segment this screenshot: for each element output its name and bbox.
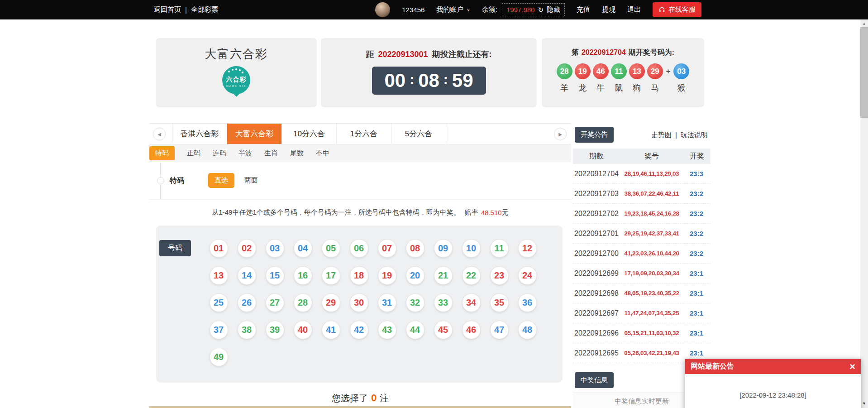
user-avatar[interactable] bbox=[375, 2, 390, 17]
withdraw-link[interactable]: 提现 bbox=[602, 5, 615, 14]
number-ball-12[interactable]: 12 bbox=[518, 239, 537, 258]
number-cell: 34 bbox=[457, 289, 485, 316]
number-ball-07[interactable]: 07 bbox=[378, 239, 396, 258]
row-numbers: 41,23,03,26,10,44,20 bbox=[620, 250, 683, 257]
number-ball-09[interactable]: 09 bbox=[434, 239, 453, 258]
number-ball-27[interactable]: 27 bbox=[266, 293, 284, 312]
logout-link[interactable]: 退出 bbox=[627, 5, 641, 14]
number-ball-41[interactable]: 41 bbox=[322, 321, 340, 339]
mode-两面[interactable]: 两面 bbox=[244, 176, 258, 185]
number-ball-11[interactable]: 11 bbox=[490, 239, 509, 258]
all-lottery-link[interactable]: 全部彩票 bbox=[191, 5, 218, 14]
tabs-scroll-right-button[interactable]: ▶ bbox=[554, 128, 567, 140]
number-ball-14[interactable]: 14 bbox=[238, 266, 256, 285]
hide-balance-button[interactable]: 隐藏 bbox=[547, 5, 560, 14]
scrollbar-thumb[interactable] bbox=[860, 27, 868, 118]
number-ball-23[interactable]: 23 bbox=[490, 266, 509, 285]
number-ball-28[interactable]: 28 bbox=[294, 293, 312, 312]
number-ball-40[interactable]: 40 bbox=[294, 321, 312, 339]
number-ball-44[interactable]: 44 bbox=[406, 321, 424, 339]
play-modes: 直选两面 bbox=[208, 173, 258, 188]
number-ball-38[interactable]: 38 bbox=[238, 321, 256, 339]
tab-1分六合[interactable]: 1分六合 bbox=[337, 124, 391, 144]
tab-香港六合彩[interactable]: 香港六合彩 bbox=[172, 124, 227, 144]
number-ball-10[interactable]: 10 bbox=[462, 239, 481, 258]
number-ball-17[interactable]: 17 bbox=[322, 266, 340, 285]
number-ball-45[interactable]: 45 bbox=[434, 321, 453, 339]
scroll-up-icon[interactable]: ▲ bbox=[860, 19, 868, 27]
number-ball-15[interactable]: 15 bbox=[266, 266, 284, 285]
close-icon[interactable]: × bbox=[849, 362, 855, 372]
subnav-连码[interactable]: 连码 bbox=[213, 149, 226, 158]
row-numbers: 29,25,19,42,37,33,41 bbox=[620, 230, 683, 237]
number-ball-33[interactable]: 33 bbox=[434, 293, 453, 312]
number-ball-43[interactable]: 43 bbox=[378, 321, 396, 339]
subnav-正码[interactable]: 正码 bbox=[187, 149, 200, 158]
row-time: 23:2 bbox=[683, 210, 711, 217]
number-ball-29[interactable]: 29 bbox=[322, 293, 340, 312]
subnav-尾数[interactable]: 尾数 bbox=[290, 149, 304, 158]
number-ball-03[interactable]: 03 bbox=[266, 239, 284, 258]
countdown-box: 距20220913001期投注截止还有: 00 : 08 : 59 bbox=[321, 38, 537, 107]
table-row: 2022091269848,05,19,23,40,35,2223:1 bbox=[573, 283, 711, 303]
number-ball-01[interactable]: 01 bbox=[210, 239, 228, 258]
play-radio[interactable] bbox=[157, 177, 164, 184]
draw-announcement-button[interactable]: 开奖公告 bbox=[575, 127, 614, 143]
number-ball-19[interactable]: 19 bbox=[378, 266, 396, 285]
number-ball-36[interactable]: 36 bbox=[518, 293, 537, 312]
number-ball-49[interactable]: 49 bbox=[210, 348, 228, 366]
subnav-生肖[interactable]: 生肖 bbox=[264, 149, 278, 158]
row-time: 23:2 bbox=[683, 250, 711, 257]
recharge-link[interactable]: 充值 bbox=[577, 5, 590, 14]
subnav-特码[interactable]: 特码 bbox=[149, 146, 175, 160]
number-ball-31[interactable]: 31 bbox=[378, 293, 396, 312]
number-ball-25[interactable]: 25 bbox=[210, 293, 228, 312]
number-ball-05[interactable]: 05 bbox=[322, 239, 340, 258]
number-ball-35[interactable]: 35 bbox=[490, 293, 509, 312]
number-ball-48[interactable]: 48 bbox=[518, 321, 537, 339]
number-ball-02[interactable]: 02 bbox=[238, 239, 256, 258]
tab-大富六合彩[interactable]: 大富六合彩 bbox=[227, 124, 282, 144]
sidebar-header: 开奖公告 走势图 | 玩法说明 bbox=[573, 123, 711, 149]
number-ball-26[interactable]: 26 bbox=[238, 293, 256, 312]
account-menu[interactable]: 我的账户 ∨ bbox=[436, 5, 470, 14]
number-cell: 16 bbox=[289, 262, 317, 289]
scroll-down-icon[interactable]: ▼ bbox=[860, 399, 868, 407]
number-ball-18[interactable]: 18 bbox=[350, 266, 368, 285]
tab-10分六合[interactable]: 10分六合 bbox=[282, 124, 337, 144]
number-cell: 05 bbox=[317, 235, 345, 262]
number-ball-22[interactable]: 22 bbox=[462, 266, 481, 285]
number-ball-06[interactable]: 06 bbox=[350, 239, 368, 258]
win-info-button[interactable]: 中奖信息 bbox=[575, 372, 614, 388]
number-ball-04[interactable]: 04 bbox=[294, 239, 312, 258]
number-ball-30[interactable]: 30 bbox=[350, 293, 368, 312]
subnav-半波[interactable]: 半波 bbox=[238, 149, 252, 158]
number-ball-24[interactable]: 24 bbox=[518, 266, 537, 285]
tab-5分六合[interactable]: 5分六合 bbox=[391, 124, 446, 144]
customer-service-button[interactable]: 在线客服 bbox=[653, 2, 701, 17]
number-ball-34[interactable]: 34 bbox=[462, 293, 481, 312]
result-ball-col: 11鼠 bbox=[611, 63, 627, 93]
number-ball-37[interactable]: 37 bbox=[210, 321, 228, 339]
number-ball-20[interactable]: 20 bbox=[406, 266, 424, 285]
number-ball-21[interactable]: 21 bbox=[434, 266, 453, 285]
refresh-icon[interactable]: ↻ bbox=[538, 6, 544, 14]
number-ball-13[interactable]: 13 bbox=[210, 266, 228, 285]
subnav-不中[interactable]: 不中 bbox=[316, 149, 329, 158]
number-ball-08[interactable]: 08 bbox=[406, 239, 424, 258]
tabs-scroll-left-button[interactable]: ◀ bbox=[153, 128, 166, 140]
lotto-ball-29: 29 bbox=[647, 63, 663, 79]
page-scrollbar[interactable]: ▲ ▼ bbox=[860, 19, 868, 408]
number-ball-46[interactable]: 46 bbox=[462, 321, 481, 339]
number-ball-42[interactable]: 42 bbox=[350, 321, 368, 339]
next-issue-number: 20220913001 bbox=[378, 50, 428, 59]
mode-直选[interactable]: 直选 bbox=[208, 173, 234, 188]
number-ball-39[interactable]: 39 bbox=[266, 321, 284, 339]
number-ball-47[interactable]: 47 bbox=[490, 321, 509, 339]
home-link[interactable]: 返回首页 bbox=[154, 5, 181, 14]
number-ball-16[interactable]: 16 bbox=[294, 266, 312, 285]
play-rules-link[interactable]: 玩法说明 bbox=[681, 131, 708, 139]
number-ball-32[interactable]: 32 bbox=[406, 293, 424, 312]
trend-chart-link[interactable]: 走势图 bbox=[651, 131, 672, 139]
row-time: 23:2 bbox=[683, 190, 711, 197]
